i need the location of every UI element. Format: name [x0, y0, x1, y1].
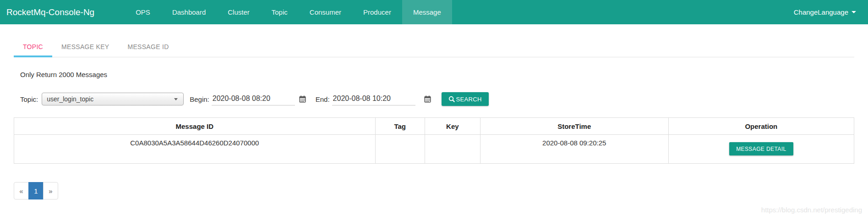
tab-message-key[interactable]: MESSAGE KEY [52, 39, 118, 57]
pagination-page-1[interactable]: 1 [28, 182, 44, 199]
header-operation: Operation [668, 118, 854, 135]
cell-message-id: C0A8030A5A3A58644D46260D24070000 [14, 135, 376, 164]
search-button[interactable]: SEARCH [442, 92, 489, 106]
topic-label: Topic: [20, 95, 38, 103]
topic-select-value: user_login_topic [47, 95, 93, 103]
nav-item-message[interactable]: Message [402, 0, 452, 24]
filter-form: Topic: user_login_topic Begin: End: [20, 92, 848, 106]
table-row: C0A8030A5A3A58644D46260D24070000 2020-08… [14, 135, 854, 164]
change-language-label: ChangeLanguage [794, 8, 848, 16]
calendar-icon[interactable] [424, 95, 431, 103]
end-time-input[interactable] [332, 93, 415, 105]
header-tag: Tag [375, 118, 425, 135]
header-key: Key [425, 118, 480, 135]
message-detail-button[interactable]: MESSAGE DETAIL [729, 142, 793, 155]
cell-store-time: 2020-08-08 09:20:25 [480, 135, 668, 164]
nav-item-topic[interactable]: Topic [261, 0, 299, 24]
table-header-row: Message ID Tag Key StoreTime Operation [14, 118, 854, 135]
watermark-text: https://blog.csdn.net/prestigeding [761, 206, 862, 214]
end-label: End: [316, 95, 330, 103]
nav-item-cluster[interactable]: Cluster [217, 0, 261, 24]
app-brand[interactable]: RocketMq-Console-Ng [0, 0, 101, 24]
nav-item-consumer[interactable]: Consumer [299, 0, 352, 24]
result-limit-notice: Only Return 2000 Messages [20, 71, 848, 78]
pagination-prev[interactable]: « [14, 182, 29, 199]
header-store-time: StoreTime [480, 118, 668, 135]
navbar: RocketMq-Console-Ng OPS Dashboard Cluste… [0, 0, 868, 24]
query-mode-tabs: TOPIC MESSAGE KEY MESSAGE ID [14, 39, 854, 57]
search-button-label: SEARCH [456, 96, 482, 103]
nav-item-ops[interactable]: OPS [125, 0, 161, 24]
magnifier-icon [448, 96, 455, 103]
calendar-icon[interactable] [299, 95, 306, 103]
chevron-down-icon [174, 98, 178, 100]
caret-down-icon [852, 11, 856, 13]
pagination-next[interactable]: » [43, 182, 58, 199]
change-language-dropdown[interactable]: ChangeLanguage [794, 0, 856, 24]
tab-message-id[interactable]: MESSAGE ID [118, 39, 178, 57]
pagination: « 1 » [14, 182, 58, 199]
cell-operation: MESSAGE DETAIL [668, 135, 854, 164]
cell-key [425, 135, 480, 164]
navbar-menu: OPS Dashboard Cluster Topic Consumer Pro… [125, 0, 452, 24]
begin-time-input[interactable] [212, 93, 295, 105]
topic-select[interactable]: user_login_topic [42, 93, 184, 105]
nav-item-dashboard[interactable]: Dashboard [161, 0, 217, 24]
header-message-id: Message ID [14, 118, 376, 135]
cell-tag [375, 135, 425, 164]
message-table: Message ID Tag Key StoreTime Operation C… [14, 117, 854, 164]
begin-label: Begin: [190, 95, 209, 103]
nav-item-producer[interactable]: Producer [352, 0, 402, 24]
tab-topic[interactable]: TOPIC [14, 39, 52, 57]
